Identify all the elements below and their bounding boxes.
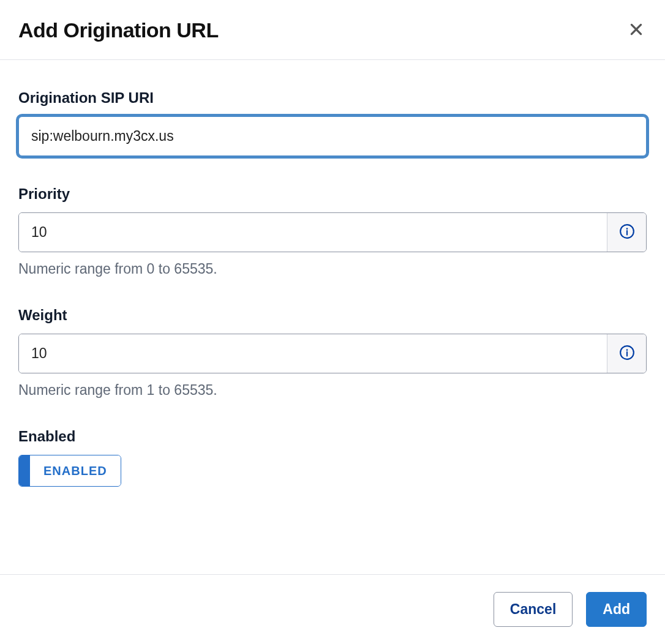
weight-input[interactable]: [19, 334, 607, 373]
info-icon: [619, 345, 635, 363]
weight-input-wrapper: [18, 334, 647, 373]
close-icon: [628, 21, 644, 39]
priority-help-text: Numeric range from 0 to 65535.: [18, 261, 647, 277]
priority-input-wrapper: [18, 212, 647, 252]
modal-title: Add Origination URL: [18, 18, 219, 42]
sip-uri-label: Origination SIP URI: [18, 89, 647, 107]
priority-field-group: Priority Numeric range from 0 to 65535.: [18, 185, 647, 277]
sip-uri-input[interactable]: [18, 116, 647, 156]
info-icon: [619, 223, 635, 242]
weight-info-button[interactable]: [607, 334, 646, 373]
svg-point-3: [626, 228, 628, 230]
close-button[interactable]: [626, 19, 647, 42]
enabled-toggle[interactable]: ENABLED: [18, 455, 121, 487]
priority-label: Priority: [18, 185, 647, 203]
priority-input[interactable]: [19, 213, 607, 252]
weight-label: Weight: [18, 307, 647, 324]
modal-body: Origination SIP URI Priority Numeric: [0, 60, 665, 574]
toggle-label: ENABLED: [30, 455, 121, 486]
enabled-label: Enabled: [18, 428, 647, 445]
add-button[interactable]: Add: [586, 592, 647, 627]
weight-field-group: Weight Numeric range from 1 to 65535.: [18, 307, 647, 399]
modal-footer: Cancel Add: [0, 574, 665, 644]
toggle-indicator: [19, 455, 30, 486]
weight-help-text: Numeric range from 1 to 65535.: [18, 382, 647, 399]
svg-point-6: [626, 349, 628, 351]
add-origination-url-modal: Add Origination URL Origination SIP URI …: [0, 0, 665, 644]
modal-header: Add Origination URL: [0, 0, 665, 60]
cancel-button[interactable]: Cancel: [494, 592, 573, 627]
enabled-field-group: Enabled ENABLED: [18, 428, 647, 489]
priority-info-button[interactable]: [607, 213, 646, 252]
sip-uri-field-group: Origination SIP URI: [18, 89, 647, 156]
